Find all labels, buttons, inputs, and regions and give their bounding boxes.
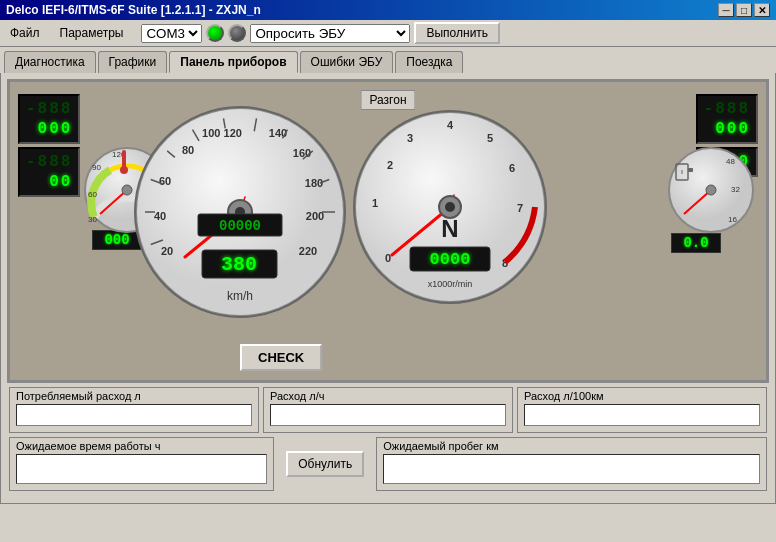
fuel-consumption-label: Потребляемый расход л: [16, 390, 252, 402]
svg-text:90: 90: [92, 163, 101, 172]
expected-mileage-input[interactable]: [383, 454, 760, 484]
reset-button[interactable]: Обнулить: [286, 451, 364, 477]
svg-text:x1000r/min: x1000r/min: [428, 279, 473, 289]
svg-text:220: 220: [299, 245, 317, 257]
svg-text:160: 160: [293, 147, 311, 159]
tab-diagnostics[interactable]: Диагностика: [4, 51, 96, 73]
tab-panel[interactable]: Панель приборов: [169, 51, 297, 73]
bottom-section: Потребляемый расход л Расход л/ч Расход …: [7, 383, 769, 497]
connection-indicator: [206, 24, 224, 42]
svg-text:30: 30: [88, 215, 97, 224]
svg-point-68: [706, 185, 716, 195]
instruments-panel: Разгон -888 000 -888 00 -888 000 .000: [7, 79, 769, 383]
svg-text:00000: 00000: [219, 218, 261, 234]
svg-text:200: 200: [306, 210, 324, 222]
status-indicator: [228, 24, 246, 42]
svg-rect-65: [688, 168, 693, 172]
consumption-rate-label: Расход л/ч: [270, 390, 506, 402]
svg-rect-7: [122, 150, 126, 168]
title-bar: Delco IEFI-6/ITMS-6F Suite [1.2.1.1] - Z…: [0, 0, 776, 20]
close-button[interactable]: ✕: [754, 3, 770, 17]
svg-text:32: 32: [731, 185, 740, 194]
display-tl-row2: 000: [26, 120, 72, 138]
svg-text:3: 3: [407, 132, 413, 144]
tab-errors[interactable]: Ошибки ЭБУ: [300, 51, 394, 73]
digital-display-top-right: -888 000: [696, 94, 758, 144]
per100-group: Расход л/100км: [517, 387, 767, 433]
svg-text:N: N: [441, 215, 458, 242]
svg-text:5: 5: [487, 132, 493, 144]
svg-text:60: 60: [88, 190, 97, 199]
execute-button[interactable]: Выполнить: [414, 22, 500, 44]
tachometer-svg: 2 1 3 4 5 6 7 8 0 0000 x: [350, 107, 550, 312]
window-title: Delco IEFI-6/ITMS-6F Suite [1.2.1.1] - Z…: [6, 3, 261, 17]
svg-text:48: 48: [726, 157, 735, 166]
svg-text:0: 0: [385, 252, 391, 264]
svg-text:km/h: km/h: [227, 289, 253, 303]
maximize-button[interactable]: □: [736, 3, 752, 17]
digital-display-bottom-left: -888 00: [18, 147, 80, 197]
fuel-display: 0.0: [683, 235, 708, 251]
expected-work-label: Ожидаемое время работы ч: [16, 440, 267, 452]
fuel-gauge-svg: 16 32 48: [666, 142, 756, 242]
svg-point-8: [120, 166, 128, 174]
display-tr-row1: -888: [704, 100, 750, 118]
menu-params[interactable]: Параметры: [54, 24, 130, 42]
tab-graphs[interactable]: Графики: [98, 51, 168, 73]
minimize-button[interactable]: ─: [718, 3, 734, 17]
speedometer-svg: 20 40 60 80 100 120 140 160 180: [130, 102, 350, 322]
svg-text:7: 7: [517, 202, 523, 214]
display-bl-row1: -888: [26, 153, 72, 171]
menu-file[interactable]: Файл: [4, 24, 46, 42]
window-controls: ─ □ ✕: [718, 3, 770, 17]
svg-text:2: 2: [387, 159, 393, 171]
expected-mileage-group: Ожидаемый пробег км: [376, 437, 767, 491]
fuel-consumption-group: Потребляемый расход л: [9, 387, 259, 433]
svg-point-59: [445, 202, 455, 212]
display-tl-row1: -888: [26, 100, 72, 118]
consumption-rate-group: Расход л/ч: [263, 387, 513, 433]
check-button[interactable]: CHECK: [240, 344, 322, 371]
temp-display: 000: [104, 232, 129, 248]
fuel-gauge-container: 16 32 48 0.0: [666, 142, 756, 253]
svg-text:16: 16: [728, 215, 737, 224]
port-select[interactable]: COM3 COM1 COM2 COM4: [141, 24, 202, 43]
svg-text:6: 6: [509, 162, 515, 174]
main-panel: Разгон -888 000 -888 00 -888 000 .000: [0, 73, 776, 504]
bottom-row-1: Потребляемый расход л Расход л/ч Расход …: [9, 387, 767, 433]
svg-text:4: 4: [447, 119, 454, 131]
query-select[interactable]: Опросить ЭБУ: [250, 24, 410, 43]
bottom-row-2: Ожидаемое время работы ч Обнулить Ожидае…: [9, 437, 767, 491]
display-tr-row2: 000: [704, 120, 750, 138]
svg-text:100 120: 100 120: [202, 127, 242, 139]
tachometer-container: 2 1 3 4 5 6 7 8 0 0000 x: [350, 107, 550, 315]
speedometer-container: 20 40 60 80 100 120 140 160 180: [130, 102, 350, 325]
check-button-container: CHECK: [240, 344, 322, 371]
svg-text:380: 380: [221, 253, 257, 276]
expected-work-group: Ожидаемое время работы ч: [9, 437, 274, 491]
menu-bar: Файл Параметры COM3 COM1 COM2 COM4 Опрос…: [0, 20, 776, 47]
svg-text:0000: 0000: [430, 250, 471, 269]
expected-work-input[interactable]: [16, 454, 267, 484]
per100-input[interactable]: [524, 404, 760, 426]
display-bl-row2: 00: [26, 173, 72, 191]
digital-display-top-left: -888 000: [18, 94, 80, 144]
tab-bar: Диагностика Графики Панель приборов Ошиб…: [0, 47, 776, 73]
svg-text:60: 60: [159, 175, 171, 187]
svg-text:80: 80: [182, 144, 194, 156]
svg-text:140: 140: [269, 127, 287, 139]
svg-text:20: 20: [161, 245, 173, 257]
consumption-rate-input[interactable]: [270, 404, 506, 426]
tab-trip[interactable]: Поездка: [395, 51, 463, 73]
svg-text:40: 40: [154, 210, 166, 222]
svg-text:1: 1: [372, 197, 378, 209]
expected-mileage-label: Ожидаемый пробег км: [383, 440, 760, 452]
fuel-consumption-input[interactable]: [16, 404, 252, 426]
per100-label: Расход л/100км: [524, 390, 760, 402]
